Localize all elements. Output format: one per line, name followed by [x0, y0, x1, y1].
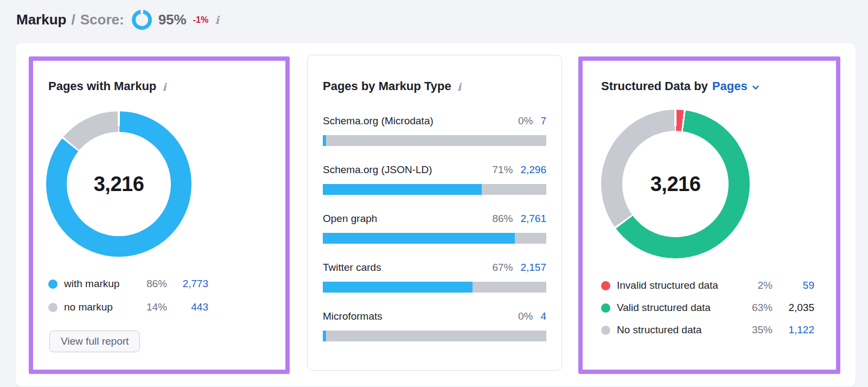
row-label: Schema.org (Microdata)	[323, 114, 518, 128]
bar-track	[323, 135, 546, 146]
report-panel: Pages with Markup i 3,216 with markup 86…	[15, 42, 856, 387]
bar-fill	[323, 184, 482, 195]
row-value-link[interactable]: 4	[540, 309, 546, 323]
info-icon[interactable]: i	[162, 82, 166, 92]
legend-item-invalid: Invalid structured data 2% 59	[601, 278, 814, 293]
card-title: Pages by Markup Type	[323, 79, 451, 93]
markup-type-row-twittercards: Twitter cards 67% 2,157	[323, 261, 546, 293]
score-value: 95%	[158, 11, 187, 28]
legend-value-link[interactable]: 2,773	[167, 278, 208, 290]
row-percent: 0%	[518, 309, 533, 323]
structured-data-donut-chart: 3,216	[601, 110, 750, 258]
card-pages-with-markup: Pages with Markup i 3,216 with markup 86…	[29, 56, 290, 374]
legend-value: 2,035	[773, 302, 814, 314]
markup-type-row-microformats: Microformats 0% 4	[323, 309, 546, 341]
dropdown-selected-value[interactable]: Pages	[712, 79, 748, 93]
markup-type-row-jsonld: Schema.org (JSON-LD) 71% 2,296	[323, 163, 546, 195]
legend-label: No structured data	[617, 324, 742, 336]
legend-value-link[interactable]: 59	[773, 280, 814, 291]
pages-with-markup-donut-chart: 3,216	[46, 111, 192, 257]
bar-track	[323, 233, 546, 244]
row-label: Open graph	[323, 212, 492, 226]
info-icon[interactable]: i	[457, 82, 461, 92]
page-header: Markup / Score: 95% -1% i	[16, 8, 219, 31]
score-delta: -1%	[193, 15, 208, 25]
legend-percent: 35%	[742, 324, 773, 336]
bar-track	[323, 282, 546, 293]
row-label: Microformats	[323, 309, 518, 323]
legend-dot-blue	[48, 280, 58, 289]
markup-type-row-microdata: Schema.org (Microdata) 0% 7	[323, 114, 546, 146]
info-icon[interactable]: i	[215, 15, 219, 26]
chevron-down-icon	[751, 83, 760, 92]
page-title: Markup	[16, 11, 66, 28]
legend: with markup 86% 2,773 no markup 14% 443	[48, 277, 208, 323]
row-percent: 86%	[492, 212, 513, 226]
bar-fill	[323, 135, 326, 146]
bar-track	[323, 331, 546, 341]
card-pages-by-markup-type: Pages by Markup Type i Schema.org (Micro…	[307, 55, 562, 371]
legend-percent: 63%	[742, 302, 773, 314]
score-label: Score:	[80, 11, 124, 28]
score-ring-icon	[132, 10, 152, 30]
legend-item-with-markup: with markup 86% 2,773	[48, 277, 208, 291]
legend-item-valid: Valid structured data 63% 2,035	[601, 301, 814, 315]
legend-percent: 2%	[742, 280, 773, 291]
legend-percent: 14%	[142, 301, 167, 313]
pages-dropdown[interactable]: Pages	[712, 79, 760, 93]
legend: Invalid structured data 2% 59 Valid stru…	[601, 278, 814, 345]
legend-label: with markup	[64, 278, 142, 290]
bar-fill	[323, 282, 473, 293]
row-label: Schema.org (JSON-LD)	[323, 163, 492, 177]
bar-track	[323, 184, 546, 195]
legend-item-no-markup: no markup 14% 443	[48, 300, 208, 314]
row-label: Twitter cards	[323, 261, 492, 275]
row-percent: 71%	[492, 163, 513, 177]
card-structured-data: Structured Data by Pages 3,216 Invalid s…	[578, 56, 840, 374]
total-pages-count: 3,216	[601, 110, 750, 258]
legend-percent: 86%	[142, 278, 167, 290]
row-percent: 0%	[518, 114, 533, 128]
row-value-link[interactable]: 2,761	[520, 212, 546, 226]
legend-label: Valid structured data	[617, 302, 742, 314]
markup-type-row-opengraph: Open graph 86% 2,761	[323, 212, 546, 244]
legend-dot-green	[601, 303, 610, 313]
breadcrumb-separator: /	[71, 11, 75, 28]
legend-value-link[interactable]: 443	[167, 301, 208, 313]
view-full-report-button[interactable]: View full report	[49, 331, 140, 352]
card-title: Structured Data by	[601, 79, 708, 93]
bar-fill	[323, 331, 326, 341]
markup-type-rows: Schema.org (Microdata) 0% 7 Schema.org (…	[323, 114, 546, 341]
legend-dot-red	[601, 281, 610, 290]
bar-fill	[323, 233, 515, 244]
legend-dot-gray	[48, 303, 58, 312]
legend-label: no markup	[64, 301, 142, 313]
total-pages-count: 3,216	[46, 111, 192, 257]
card-title: Pages with Markup	[48, 79, 156, 93]
legend-label: Invalid structured data	[617, 280, 742, 291]
legend-item-none: No structured data 35% 1,122	[601, 323, 814, 337]
legend-dot-gray	[601, 326, 610, 335]
row-value-link[interactable]: 2,157	[520, 261, 546, 275]
row-value-link[interactable]: 7	[540, 114, 546, 128]
row-percent: 67%	[492, 261, 513, 275]
row-value-link[interactable]: 2,296	[520, 163, 546, 177]
legend-value-link[interactable]: 1,122	[773, 324, 814, 336]
